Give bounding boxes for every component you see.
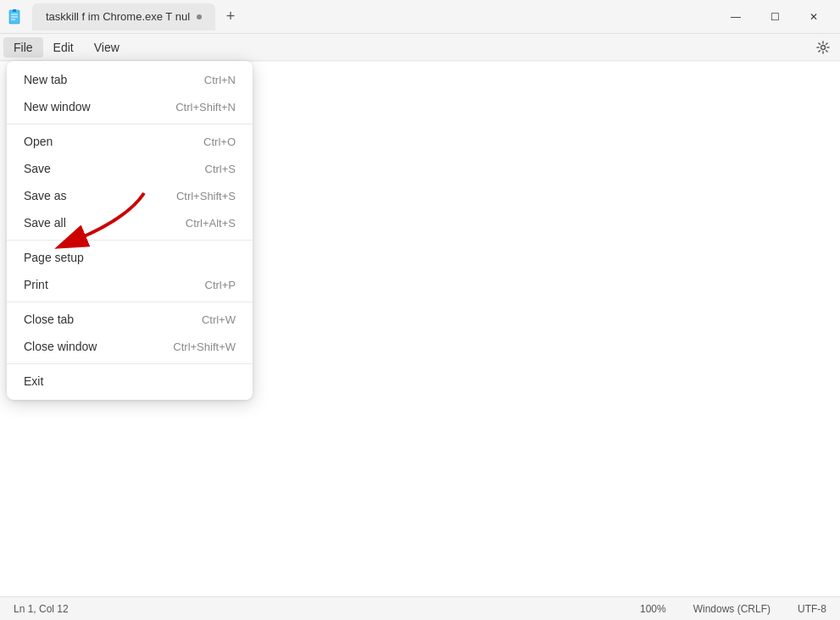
tab-unsaved-dot — [197, 14, 202, 19]
menu-close-window[interactable]: Close windowCtrl+Shift+W — [7, 333, 253, 360]
menu-open[interactable]: OpenCtrl+O — [7, 128, 253, 155]
menu-new-window[interactable]: New windowCtrl+Shift+N — [7, 93, 253, 120]
menu-item-label-save: Save — [24, 162, 51, 175]
settings-button[interactable] — [809, 34, 837, 61]
menu-item-label-save-all: Save all — [24, 216, 66, 230]
menu-item-label-new-tab: New tab — [24, 73, 67, 86]
menu-save-all[interactable]: Save allCtrl+Alt+S — [7, 209, 253, 236]
menu-item-shortcut-close-window: Ctrl+Shift+W — [173, 340, 236, 353]
line-ending: Windows (CRLF) — [693, 603, 770, 615]
menu-bar: File Edit View — [0, 34, 840, 61]
menu-item-label-print: Print — [24, 278, 48, 291]
menu-new-tab[interactable]: New tabCtrl+N — [7, 66, 253, 93]
menu-item-shortcut-print: Ctrl+P — [205, 279, 236, 291]
menu-divider-9 — [7, 363, 253, 364]
window-controls: — ☐ ✕ — [716, 3, 833, 30]
menu-item-label-page-setup: Page setup — [24, 251, 84, 264]
close-button[interactable]: ✕ — [794, 3, 833, 30]
menu-item-shortcut-save: Ctrl+S — [205, 163, 236, 175]
menu-divider-7 — [7, 302, 253, 302]
file-dropdown-menu: New tabCtrl+NNew windowCtrl+Shift+NOpenC… — [7, 61, 253, 400]
menu-item-shortcut-save-as: Ctrl+Shift+S — [176, 190, 236, 202]
menu-edit[interactable]: Edit — [43, 37, 84, 58]
tab-title: taskkill f im Chrome.exe T nul — [46, 10, 190, 23]
tab-area: taskkill f im Chrome.exe T nul + — [32, 3, 716, 30]
menu-view[interactable]: View — [84, 37, 130, 58]
menu-file[interactable]: File — [3, 37, 43, 58]
menu-item-shortcut-save-all: Ctrl+Alt+S — [186, 217, 236, 230]
status-bar: Ln 1, Col 12 100% Windows (CRLF) UTF-8 — [0, 596, 840, 620]
status-right: 100% Windows (CRLF) UTF-8 — [640, 603, 826, 615]
menu-item-shortcut-new-tab: Ctrl+N — [204, 74, 236, 86]
menu-item-label-new-window: New window — [24, 100, 91, 113]
menu-item-label-save-as: Save as — [24, 189, 67, 202]
menu-item-label-exit: Exit — [24, 374, 43, 388]
menu-divider-5 — [7, 240, 253, 241]
zoom-level: 100% — [640, 603, 666, 615]
menu-item-label-close-window: Close window — [24, 340, 97, 353]
menu-item-label-close-tab: Close tab — [24, 313, 74, 326]
svg-rect-1 — [13, 9, 16, 12]
menu-item-shortcut-open: Ctrl+O — [203, 136, 236, 148]
maximize-button[interactable]: ☐ — [755, 3, 794, 30]
minimize-button[interactable]: — — [716, 3, 755, 30]
cursor-position: Ln 1, Col 12 — [14, 603, 69, 615]
menu-print[interactable]: PrintCtrl+P — [7, 271, 253, 298]
menu-page-setup[interactable]: Page setup — [7, 244, 253, 271]
encoding: UTF-8 — [798, 603, 826, 615]
menu-exit[interactable]: Exit — [7, 368, 253, 395]
new-tab-button[interactable]: + — [219, 5, 242, 29]
menu-item-shortcut-close-tab: Ctrl+W — [202, 313, 236, 326]
menu-item-label-open: Open — [24, 135, 53, 148]
current-tab[interactable]: taskkill f im Chrome.exe T nul — [32, 3, 215, 30]
menu-close-tab[interactable]: Close tabCtrl+W — [7, 306, 253, 333]
menu-divider-1 — [7, 124, 253, 125]
menu-save[interactable]: SaveCtrl+S — [7, 155, 253, 182]
menu-item-shortcut-new-window: Ctrl+Shift+N — [175, 101, 236, 113]
title-bar: taskkill f im Chrome.exe T nul + — ☐ ✕ — [0, 0, 840, 34]
svg-point-5 — [821, 45, 826, 49]
app-icon — [7, 8, 24, 25]
menu-save-as[interactable]: Save asCtrl+Shift+S — [7, 182, 253, 209]
